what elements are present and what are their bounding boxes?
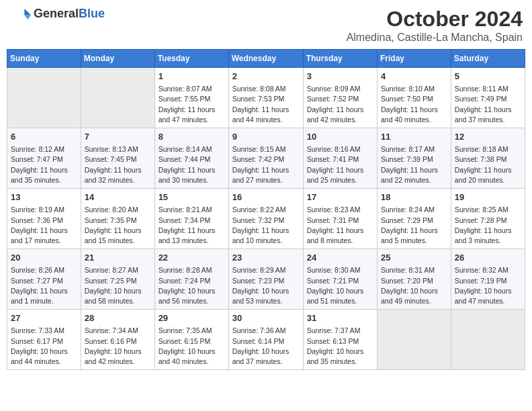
day-info: Sunrise: 7:37 AMSunset: 6:13 PMDaylight:… xyxy=(307,326,373,367)
calendar-cell xyxy=(451,310,525,370)
day-number: 26 xyxy=(455,252,521,264)
calendar-cell: 5Sunrise: 8:11 AMSunset: 7:49 PMDaylight… xyxy=(451,68,525,128)
calendar-cell: 18Sunrise: 8:24 AMSunset: 7:29 PMDayligh… xyxy=(378,189,451,249)
calendar-cell: 3Sunrise: 8:09 AMSunset: 7:52 PMDaylight… xyxy=(303,68,377,128)
location-title: Almedina, Castille-La Mancha, Spain xyxy=(347,32,523,44)
day-number: 17 xyxy=(307,191,373,203)
calendar-week-row: 1Sunrise: 8:07 AMSunset: 7:55 PMDaylight… xyxy=(7,68,525,128)
calendar-cell: 15Sunrise: 8:21 AMSunset: 7:34 PMDayligh… xyxy=(154,189,228,249)
calendar-cell: 26Sunrise: 8:32 AMSunset: 7:19 PMDayligh… xyxy=(451,249,525,310)
day-info: Sunrise: 8:09 AMSunset: 7:52 PMDaylight:… xyxy=(307,84,373,125)
weekday-header-wednesday: Wednesday xyxy=(228,50,303,68)
day-number: 11 xyxy=(381,131,447,143)
logo: GeneralBlue xyxy=(9,7,105,21)
calendar-cell xyxy=(81,68,154,128)
day-number: 2 xyxy=(232,71,300,83)
day-info: Sunrise: 8:11 AMSunset: 7:49 PMDaylight:… xyxy=(455,84,521,125)
calendar-cell: 19Sunrise: 8:25 AMSunset: 7:28 PMDayligh… xyxy=(451,189,525,249)
calendar-cell: 17Sunrise: 8:23 AMSunset: 7:31 PMDayligh… xyxy=(303,189,377,249)
day-info: Sunrise: 8:08 AMSunset: 7:53 PMDaylight:… xyxy=(232,84,300,125)
calendar-cell: 8Sunrise: 8:14 AMSunset: 7:44 PMDaylight… xyxy=(154,128,228,189)
day-info: Sunrise: 8:18 AMSunset: 7:38 PMDaylight:… xyxy=(455,144,521,185)
calendar-cell: 11Sunrise: 8:17 AMSunset: 7:39 PMDayligh… xyxy=(378,128,451,189)
day-info: Sunrise: 8:21 AMSunset: 7:34 PMDaylight:… xyxy=(159,205,225,246)
day-number: 24 xyxy=(307,252,373,264)
weekday-header-monday: Monday xyxy=(81,50,154,68)
day-number: 6 xyxy=(11,131,77,143)
day-number: 5 xyxy=(455,71,521,83)
day-number: 22 xyxy=(159,252,225,264)
day-number: 13 xyxy=(11,191,77,203)
calendar-cell: 31Sunrise: 7:37 AMSunset: 6:13 PMDayligh… xyxy=(303,310,377,370)
weekday-header-saturday: Saturday xyxy=(451,50,525,68)
day-number: 15 xyxy=(159,191,225,203)
day-info: Sunrise: 8:27 AMSunset: 7:25 PMDaylight:… xyxy=(85,265,151,306)
day-info: Sunrise: 7:33 AMSunset: 6:17 PMDaylight:… xyxy=(11,326,77,367)
day-info: Sunrise: 8:25 AMSunset: 7:28 PMDaylight:… xyxy=(455,205,521,246)
day-info: Sunrise: 8:22 AMSunset: 7:32 PMDaylight:… xyxy=(232,205,300,246)
day-info: Sunrise: 8:07 AMSunset: 7:55 PMDaylight:… xyxy=(159,84,225,125)
day-number: 9 xyxy=(232,131,300,143)
day-number: 4 xyxy=(381,71,447,83)
day-info: Sunrise: 8:16 AMSunset: 7:41 PMDaylight:… xyxy=(307,144,373,185)
calendar-week-row: 20Sunrise: 8:26 AMSunset: 7:27 PMDayligh… xyxy=(7,249,525,310)
weekday-header-sunday: Sunday xyxy=(7,50,81,68)
calendar-cell: 28Sunrise: 7:34 AMSunset: 6:16 PMDayligh… xyxy=(81,310,154,370)
weekday-header-tuesday: Tuesday xyxy=(154,50,228,68)
calendar-cell: 23Sunrise: 8:29 AMSunset: 7:23 PMDayligh… xyxy=(228,249,303,310)
day-number: 28 xyxy=(85,312,151,324)
calendar-week-row: 6Sunrise: 8:12 AMSunset: 7:47 PMDaylight… xyxy=(7,128,525,189)
weekday-header-thursday: Thursday xyxy=(303,50,377,68)
calendar-cell: 30Sunrise: 7:36 AMSunset: 6:14 PMDayligh… xyxy=(228,310,303,370)
calendar-cell: 27Sunrise: 7:33 AMSunset: 6:17 PMDayligh… xyxy=(7,310,81,370)
calendar-cell: 7Sunrise: 8:13 AMSunset: 7:45 PMDaylight… xyxy=(81,128,154,189)
calendar-cell: 29Sunrise: 7:35 AMSunset: 6:15 PMDayligh… xyxy=(154,310,228,370)
logo-general: General xyxy=(34,7,79,20)
month-title: October 2024 xyxy=(347,7,523,32)
calendar-cell: 6Sunrise: 8:12 AMSunset: 7:47 PMDaylight… xyxy=(7,128,81,189)
day-info: Sunrise: 8:10 AMSunset: 7:50 PMDaylight:… xyxy=(381,84,447,125)
day-info: Sunrise: 8:15 AMSunset: 7:42 PMDaylight:… xyxy=(232,144,300,185)
day-number: 25 xyxy=(381,252,447,264)
svg-marker-0 xyxy=(24,9,31,15)
calendar-cell: 2Sunrise: 8:08 AMSunset: 7:53 PMDaylight… xyxy=(228,68,303,128)
day-info: Sunrise: 8:24 AMSunset: 7:29 PMDaylight:… xyxy=(381,205,447,246)
day-number: 31 xyxy=(307,312,373,324)
day-info: Sunrise: 7:34 AMSunset: 6:16 PMDaylight:… xyxy=(85,326,151,367)
day-number: 12 xyxy=(455,131,521,143)
day-number: 1 xyxy=(159,71,225,83)
weekday-header-row: SundayMondayTuesdayWednesdayThursdayFrid… xyxy=(7,50,525,68)
day-info: Sunrise: 8:26 AMSunset: 7:27 PMDaylight:… xyxy=(11,265,77,306)
day-info: Sunrise: 8:32 AMSunset: 7:19 PMDaylight:… xyxy=(455,265,521,306)
calendar-cell: 12Sunrise: 8:18 AMSunset: 7:38 PMDayligh… xyxy=(451,128,525,189)
weekday-header-friday: Friday xyxy=(378,50,451,68)
day-info: Sunrise: 8:20 AMSunset: 7:35 PMDaylight:… xyxy=(85,205,151,246)
calendar-cell xyxy=(378,310,451,370)
calendar-cell: 1Sunrise: 8:07 AMSunset: 7:55 PMDaylight… xyxy=(154,68,228,128)
day-number: 23 xyxy=(232,252,300,264)
day-info: Sunrise: 8:12 AMSunset: 7:47 PMDaylight:… xyxy=(11,144,77,185)
day-number: 3 xyxy=(307,71,373,83)
day-number: 14 xyxy=(85,191,151,203)
day-number: 8 xyxy=(159,131,225,143)
day-info: Sunrise: 8:28 AMSunset: 7:24 PMDaylight:… xyxy=(159,265,225,306)
calendar-table: SundayMondayTuesdayWednesdayThursdayFrid… xyxy=(7,49,525,370)
day-info: Sunrise: 8:31 AMSunset: 7:20 PMDaylight:… xyxy=(381,265,447,306)
day-number: 21 xyxy=(85,252,151,264)
day-info: Sunrise: 8:14 AMSunset: 7:44 PMDaylight:… xyxy=(159,144,225,185)
svg-marker-1 xyxy=(24,15,31,19)
day-number: 29 xyxy=(159,312,225,324)
page-header: GeneralBlue October 2024 Almedina, Casti… xyxy=(7,7,525,44)
calendar-week-row: 13Sunrise: 8:19 AMSunset: 7:36 PMDayligh… xyxy=(7,189,525,249)
logo-icon xyxy=(9,7,31,21)
calendar-cell: 9Sunrise: 8:15 AMSunset: 7:42 PMDaylight… xyxy=(228,128,303,189)
day-number: 19 xyxy=(455,191,521,203)
calendar-cell: 14Sunrise: 8:20 AMSunset: 7:35 PMDayligh… xyxy=(81,189,154,249)
calendar-cell: 4Sunrise: 8:10 AMSunset: 7:50 PMDaylight… xyxy=(378,68,451,128)
calendar-week-row: 27Sunrise: 7:33 AMSunset: 6:17 PMDayligh… xyxy=(7,310,525,370)
day-info: Sunrise: 7:36 AMSunset: 6:14 PMDaylight:… xyxy=(232,326,300,367)
day-number: 7 xyxy=(85,131,151,143)
day-number: 27 xyxy=(11,312,77,324)
day-info: Sunrise: 8:23 AMSunset: 7:31 PMDaylight:… xyxy=(307,205,373,246)
day-info: Sunrise: 8:19 AMSunset: 7:36 PMDaylight:… xyxy=(11,205,77,246)
